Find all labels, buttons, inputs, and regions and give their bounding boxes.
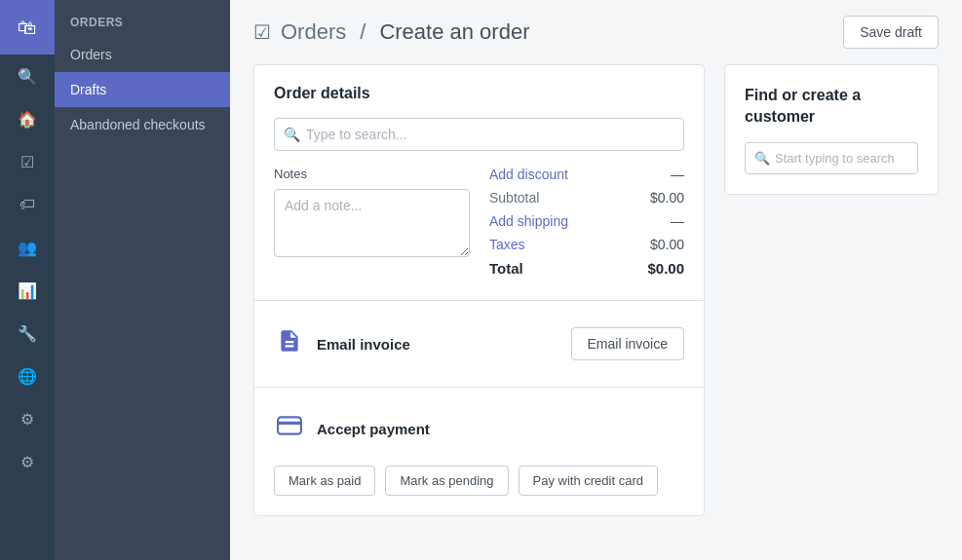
customers-icon: 👥 xyxy=(18,239,37,257)
sidebar-icon-apps[interactable]: ⚙ xyxy=(0,397,55,440)
email-invoice-button[interactable]: Email invoice xyxy=(571,327,684,360)
main-column: Order details 🔍 Notes Add discount xyxy=(253,64,705,537)
app-logo[interactable]: 🛍 xyxy=(0,0,55,55)
page-breadcrumb: ☑ Orders / Create an order xyxy=(253,19,529,45)
breadcrumb-separator: / xyxy=(360,19,366,45)
shopify-icon: 🛍 xyxy=(18,17,37,39)
tools-icon: 🔧 xyxy=(18,324,37,343)
taxes-row: Taxes $0.00 xyxy=(489,237,684,252)
subtotal-row: Subtotal $0.00 xyxy=(489,190,684,205)
home-icon: 🏠 xyxy=(18,110,37,129)
accept-payment-title: Accept payment xyxy=(317,421,684,437)
apps-icon: ⚙ xyxy=(20,410,34,429)
product-search-icon: 🔍 xyxy=(284,127,300,142)
total-value: $0.00 xyxy=(647,260,684,277)
sidebar-item-abandoned[interactable]: Abandoned checkouts xyxy=(55,107,230,142)
customer-card: Find or create a customer 🔍 xyxy=(724,64,939,195)
sidebar-icon-analytics[interactable]: 📊 xyxy=(0,269,55,312)
add-discount-link[interactable]: Add discount xyxy=(489,167,568,182)
customer-card-title: Find or create a customer xyxy=(745,85,918,129)
subtotal-label: Subtotal xyxy=(489,190,539,205)
shipping-row: Add shipping — xyxy=(489,213,684,229)
save-draft-button[interactable]: Save draft xyxy=(843,16,939,49)
sidebar-icon-customers[interactable]: 👥 xyxy=(0,226,55,269)
pricing-section: Add discount — Subtotal $0.00 Add shippi… xyxy=(489,167,684,284)
card-divider-2 xyxy=(254,387,704,388)
order-details-card: Order details 🔍 Notes Add discount xyxy=(253,64,705,516)
discount-row: Add discount — xyxy=(489,167,684,182)
sidebar-item-drafts[interactable]: Drafts xyxy=(55,72,230,107)
side-column: Find or create a customer 🔍 xyxy=(724,64,939,537)
email-invoice-icon xyxy=(274,328,305,359)
taxes-value: $0.00 xyxy=(650,237,684,252)
notes-label: Notes xyxy=(274,167,470,181)
product-search-wrapper: 🔍 xyxy=(274,118,684,151)
search-icon: 🔍 xyxy=(18,67,37,86)
product-search-input[interactable] xyxy=(274,118,684,151)
breadcrumb-orders[interactable]: Orders xyxy=(281,19,346,45)
page-header: ☑ Orders / Create an order Save draft xyxy=(230,0,962,64)
sidebar-icon-settings[interactable]: ⚙ xyxy=(0,440,55,483)
sidebar-icon-tools[interactable]: 🔧 xyxy=(0,312,55,355)
total-row: Total $0.00 xyxy=(489,260,684,277)
customer-search-wrapper: 🔍 xyxy=(745,142,918,174)
accept-payment-header: Accept payment xyxy=(274,403,684,454)
orders-check-icon: ☑ xyxy=(253,20,271,44)
sidebar-icon-tags[interactable]: 🏷 xyxy=(0,183,55,226)
discount-dash: — xyxy=(671,167,684,182)
credit-card-icon xyxy=(274,415,305,442)
globe-icon: 🌐 xyxy=(18,367,37,386)
sidebar-item-orders[interactable]: Orders xyxy=(55,37,230,72)
customer-search-input[interactable] xyxy=(745,142,918,174)
nav-section-title: ORDERS xyxy=(55,0,230,37)
card-divider-1 xyxy=(254,300,704,301)
analytics-icon: 📊 xyxy=(18,281,37,300)
orders-icon: ☑ xyxy=(20,153,34,171)
pay-with-credit-card-button[interactable]: Pay with credit card xyxy=(519,466,658,496)
sidebar-icon-globe[interactable]: 🌐 xyxy=(0,355,55,397)
notes-textarea[interactable] xyxy=(274,189,470,257)
sidebar-icon-orders[interactable]: ☑ xyxy=(0,140,55,183)
order-summary: Notes Add discount — Subtotal $0.00 xyxy=(274,167,684,284)
email-invoice-section: Email invoice Email invoice xyxy=(274,317,684,371)
email-invoice-left: Email invoice xyxy=(274,317,410,371)
total-label: Total xyxy=(489,260,523,277)
accept-payment-section: Accept payment Mark as paid Mark as pend… xyxy=(274,403,684,496)
payment-buttons: Mark as paid Mark as pending Pay with cr… xyxy=(274,466,684,496)
settings-icon: ⚙ xyxy=(20,453,34,471)
taxes-link[interactable]: Taxes xyxy=(489,237,525,252)
content-grid: Order details 🔍 Notes Add discount xyxy=(230,64,962,560)
sidebar-icon-home[interactable]: 🏠 xyxy=(0,97,55,140)
email-invoice-title: Email invoice xyxy=(317,336,410,353)
sidebar-icon-search[interactable]: 🔍 xyxy=(0,55,55,97)
main-content: ☑ Orders / Create an order Save draft Or… xyxy=(230,0,962,560)
mark-as-pending-button[interactable]: Mark as pending xyxy=(385,466,508,496)
customer-search-icon: 🔍 xyxy=(754,151,770,166)
order-details-title: Order details xyxy=(274,85,684,102)
sidebar-nav: ORDERS Orders Drafts Abandoned checkouts xyxy=(55,0,230,560)
shipping-dash: — xyxy=(671,213,684,229)
mark-as-paid-button[interactable]: Mark as paid xyxy=(274,466,375,496)
subtotal-value: $0.00 xyxy=(650,190,684,205)
notes-section: Notes xyxy=(274,167,470,284)
page-title: Create an order xyxy=(379,19,529,45)
tag-icon: 🏷 xyxy=(19,196,35,213)
add-shipping-link[interactable]: Add shipping xyxy=(489,213,568,229)
sidebar-icons: 🛍 🔍 🏠 ☑ 🏷 👥 📊 🔧 🌐 ⚙ ⚙ xyxy=(0,0,55,560)
